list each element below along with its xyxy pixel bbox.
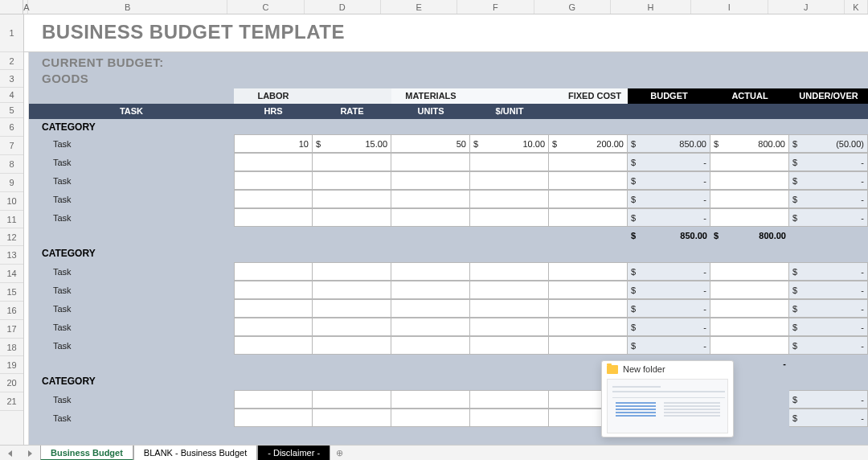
col-header-G[interactable]: G [534, 0, 611, 14]
task-label[interactable]: Task [29, 208, 234, 227]
row-header[interactable]: 19 [0, 356, 23, 374]
header-actual: ACTUAL [710, 88, 789, 104]
section-header-row: LABOR MATERIALS FIXED COST BUDGET ACTUAL… [29, 88, 868, 104]
tab-disclaimer[interactable]: - Disclaimer - [257, 446, 330, 461]
popup-title: New folder [623, 364, 665, 374]
row-header[interactable]: 21 [0, 392, 23, 411]
cell-underover[interactable]: $- [789, 281, 868, 299]
cell-units[interactable]: 50 [391, 134, 470, 153]
cell-budget[interactable]: $- [628, 281, 710, 299]
task-label[interactable]: Task [29, 171, 234, 190]
cell-per-unit[interactable]: $10.00 [470, 134, 549, 153]
row-header[interactable]: 18 [0, 339, 23, 356]
cell-underover[interactable]: $- [789, 299, 868, 318]
col-header-F[interactable]: F [457, 0, 534, 14]
cell-budget[interactable]: $850.00 [628, 134, 710, 153]
col-header-H[interactable]: H [611, 0, 691, 14]
task-label[interactable]: Task [29, 318, 234, 336]
cell-budget[interactable]: $- [628, 318, 710, 336]
header-materials: MATERIALS [391, 88, 470, 104]
cell-underover[interactable]: $- [789, 262, 868, 281]
task-label[interactable]: Task [29, 336, 234, 355]
cell-budget[interactable]: $- [628, 336, 710, 355]
col-header-B[interactable]: B [28, 0, 227, 14]
row-header[interactable]: 14 [0, 265, 23, 283]
cell-budget[interactable]: $- [628, 190, 710, 208]
row-header[interactable]: 13 [0, 246, 23, 265]
col-header-D[interactable]: D [305, 0, 381, 14]
row-header[interactable]: 4 [0, 88, 23, 103]
table-row: Task $- $- [29, 171, 868, 190]
cell-underover[interactable]: $- [789, 171, 868, 190]
task-label[interactable]: Task [29, 299, 234, 318]
cell-underover[interactable]: $- [789, 318, 868, 336]
col-header-I[interactable]: I [691, 0, 768, 14]
cell-fixed[interactable]: $200.00 [549, 134, 628, 153]
cell-actual[interactable]: $800.00 [710, 134, 789, 153]
table-row: Task $- $- [29, 299, 868, 318]
row-headers: 1 2 3 4 5 6 7 8 9 10 11 12 13 14 15 16 1… [0, 14, 24, 445]
task-label[interactable]: Task [29, 190, 234, 208]
table-row: Task $- $- [29, 281, 868, 299]
tab-nav-prev-icon[interactable] [8, 450, 12, 457]
row-header[interactable]: 20 [0, 374, 23, 392]
table-row: Task $- $- [29, 336, 868, 355]
popup-thumbnail[interactable] [607, 379, 728, 433]
subheader-hrs: HRS [234, 104, 313, 119]
row-header[interactable]: 7 [0, 137, 23, 155]
row-header[interactable]: 5 [0, 103, 23, 118]
grid[interactable]: BUSINESS BUDGET TEMPLATE CURRENT BUDGET:… [24, 14, 868, 445]
task-label[interactable]: Task [29, 153, 234, 171]
row-header[interactable]: 8 [0, 155, 23, 174]
task-label[interactable]: Task [29, 134, 234, 153]
col-header-C[interactable]: C [227, 0, 304, 14]
sub-header-row: TASK HRS RATE UNITS $/UNIT [29, 104, 868, 119]
row-header[interactable]: 12 [0, 228, 23, 246]
row-header[interactable]: 2 [0, 52, 23, 70]
cell-hrs[interactable]: 10 [234, 134, 313, 153]
row-header[interactable]: 16 [0, 302, 23, 320]
tab-business-budget[interactable]: Business Budget [40, 446, 133, 461]
cell-budget[interactable]: $- [628, 208, 710, 227]
row-header[interactable]: 15 [0, 283, 23, 302]
task-label[interactable]: Task [29, 390, 234, 409]
select-all-corner[interactable] [0, 0, 23, 14]
tab-nav-next-icon[interactable] [28, 450, 32, 457]
col-header-E[interactable]: E [381, 0, 457, 14]
add-sheet-button[interactable]: ⊕ [330, 446, 348, 461]
cell-underover[interactable]: $- [789, 336, 868, 355]
taskbar-preview-popup[interactable]: New folder [601, 360, 734, 437]
cell-underover[interactable]: $(50.00) [789, 134, 868, 153]
cell-underover[interactable]: $- [789, 409, 868, 427]
cell-budget[interactable]: $- [628, 171, 710, 190]
task-label[interactable]: Task [29, 281, 234, 299]
col-header-J[interactable]: J [768, 0, 845, 14]
cell-underover[interactable]: $- [789, 208, 868, 227]
cell-budget[interactable]: $- [628, 153, 710, 171]
row-header[interactable]: 11 [0, 211, 23, 228]
col-header-K[interactable]: K [845, 0, 868, 14]
row-header[interactable]: 6 [0, 118, 23, 137]
row-header[interactable]: 10 [0, 192, 23, 211]
cell-budget[interactable]: $- [628, 262, 710, 281]
row-header[interactable]: 3 [0, 70, 23, 88]
cell-underover[interactable]: $- [789, 390, 868, 409]
cell-budget[interactable]: $- [628, 299, 710, 318]
row-header[interactable]: 1 [0, 14, 23, 52]
cell-rate[interactable]: $15.00 [313, 134, 391, 153]
task-label[interactable]: Task [29, 409, 234, 427]
cell-underover[interactable]: $- [789, 190, 868, 208]
table-row: Task $- [29, 409, 868, 427]
subtitle-goods: GOODS [42, 72, 88, 85]
row-header[interactable]: 9 [0, 174, 23, 192]
task-label[interactable]: Task [29, 262, 234, 281]
row-header[interactable]: 17 [0, 320, 23, 339]
tab-blank-business-budget[interactable]: BLANK - Business Budget [133, 446, 257, 461]
subheader-units: UNITS [391, 104, 470, 119]
table-row: Task $- $- [29, 153, 868, 171]
popup-header: New folder [602, 361, 733, 377]
cell-underover[interactable]: $- [789, 153, 868, 171]
table-row: Task $- $- [29, 318, 868, 336]
header-fixed-cost: FIXED COST [549, 88, 628, 104]
group2-rows: Task $- $- Task $- $- Task $- [29, 262, 868, 355]
